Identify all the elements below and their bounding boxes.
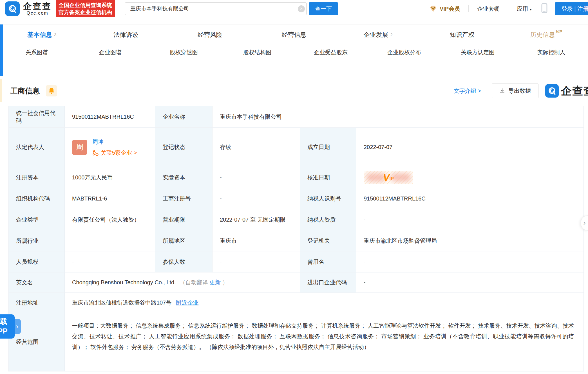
label-company-name: 企业名称 xyxy=(155,106,213,128)
graph-subnav: 关系图谱 企业图谱 股权穿透图 股权结构图 企业受益股东 企业股权分布 关联方认… xyxy=(0,45,588,60)
vip-member-label: VIP会员 xyxy=(440,5,460,13)
subnav-equity-penetration[interactable]: 股权穿透图 xyxy=(147,49,220,56)
label-industry: 所属行业 xyxy=(9,230,65,251)
qcc-watermark: 企查查 xyxy=(545,84,588,98)
tab-intellectual-property[interactable]: 知识产权 xyxy=(420,24,504,45)
subnav-company-graph[interactable]: 企业图谱 xyxy=(73,49,147,56)
gov-credit-badge: 全国企业信用查询系统 官方备案企业征信机构 xyxy=(56,0,115,17)
label-registration-status: 登记状态 xyxy=(155,128,213,167)
label-region: 所属地区 xyxy=(155,230,213,251)
value-region: 重庆市 xyxy=(213,230,300,251)
network-icon xyxy=(92,150,99,156)
business-info-table: 统一社会信用代码 91500112MABTRRL16C 企业名称 重庆市本手科技… xyxy=(8,106,584,371)
chevron-down-icon: ▾ xyxy=(530,7,532,12)
value-paid-capital: - xyxy=(213,167,300,188)
qcc-watermark-icon xyxy=(545,84,559,98)
value-registration-authority: 重庆市渝北区市场监督管理局 xyxy=(356,230,584,251)
subnav-equity-distribution[interactable]: 企业股权分布 xyxy=(368,49,441,56)
value-staff-size: - xyxy=(65,251,155,272)
value-import-export-code: - xyxy=(356,272,584,293)
label-taxpayer-id: 纳税人识别号 xyxy=(300,188,356,209)
vip-badge: VIP xyxy=(556,29,562,34)
label-registered-address: 注册地址 xyxy=(9,293,65,313)
label-credit-code: 统一社会信用代码 xyxy=(9,106,65,128)
subnav-equity-structure[interactable]: 股权结构图 xyxy=(220,49,294,56)
tab-legal-proceedings[interactable]: 法律诉讼 xyxy=(84,24,168,45)
login-register-button[interactable]: 登录 | 注册 xyxy=(555,2,588,15)
value-taxpayer-quality: - xyxy=(356,209,584,230)
value-taxpayer-id: 91500112MABTRRL16C xyxy=(356,188,584,209)
subnav-relation-graph[interactable]: 关系图谱 xyxy=(0,49,73,56)
logo-text: 企查查 xyxy=(23,2,52,11)
legal-rep-name-link[interactable]: 周坤 xyxy=(92,138,137,146)
section-title: 工商信息 xyxy=(10,86,40,96)
value-credit-code: 91500112MABTRRL16C xyxy=(65,106,155,128)
vip-locked-content[interactable]: VIP xyxy=(364,171,413,184)
logo-subtext: Qcc.com xyxy=(23,11,52,16)
label-registered-capital: 注册资本 xyxy=(9,167,65,188)
search-input[interactable] xyxy=(125,2,307,15)
main-tab-bar: 基本信息3 法律诉讼 经营风险 经营信息 企业发展2 知识产权 历史信息VIP xyxy=(0,24,588,45)
tab-operational-risk[interactable]: 经营风险 xyxy=(168,24,252,45)
legal-rep-avatar[interactable]: 周 xyxy=(72,140,87,155)
nearby-companies-link[interactable]: 附近企业 xyxy=(176,299,198,307)
vip-member-menu[interactable]: VIP会员 xyxy=(429,5,460,13)
label-taxpayer-quality: 纳税人资质 xyxy=(300,209,356,230)
value-registered-address: 重庆市渝北区仙桃街道数据谷中路107号 附近企业 xyxy=(65,293,584,313)
label-english-name: 英文名 xyxy=(9,272,65,293)
value-establishment-date: 2022-07-07 xyxy=(356,128,584,167)
label-former-name: 曾用名 xyxy=(300,251,356,272)
tab-business-info[interactable]: 经营信息 xyxy=(252,24,336,45)
subnav-beneficial-shareholders[interactable]: 企业受益股东 xyxy=(294,49,368,56)
label-legal-representative: 法定代表人 xyxy=(9,128,65,167)
subnav-related-party-graph[interactable]: 关联方认定图 xyxy=(441,49,515,56)
qcc-logo-icon xyxy=(5,1,20,16)
tab-count: 2 xyxy=(390,32,392,37)
update-translation-link[interactable]: 更新 xyxy=(209,279,221,285)
left-accent-bar xyxy=(0,24,3,76)
value-english-name: Chongqing Benshou Technology Co., Ltd. （… xyxy=(65,272,300,293)
value-org-code: MABTRRL1-6 xyxy=(65,188,155,209)
label-company-type: 企业类型 xyxy=(9,209,65,230)
value-insured-count: - xyxy=(213,251,300,272)
label-import-export-code: 进出口企业代码 xyxy=(300,272,356,293)
tab-count: 3 xyxy=(54,32,56,37)
search-button[interactable]: 查一下 xyxy=(309,2,338,15)
vip-lock-logo: V xyxy=(383,173,390,182)
label-business-term: 营业期限 xyxy=(155,209,213,230)
value-former-name: - xyxy=(356,251,584,272)
apps-menu[interactable]: 应用▾ xyxy=(517,5,532,13)
tab-company-development[interactable]: 企业发展2 xyxy=(336,24,420,45)
related-companies-link[interactable]: 关联5家企业 > xyxy=(92,149,137,157)
qcc-watermark-text: 企查查 xyxy=(561,84,588,98)
subnav-actual-controller[interactable]: 实际控制人 xyxy=(515,49,588,56)
subscribe-bell-icon[interactable] xyxy=(46,85,57,96)
divider xyxy=(508,5,508,12)
tab-history-info[interactable]: 历史信息VIP xyxy=(504,24,588,45)
label-insured-count: 参保人数 xyxy=(155,251,213,272)
label-approval-date: 核准日期 xyxy=(300,167,356,188)
search-area: × 查一下 xyxy=(125,2,338,15)
clear-search-icon[interactable]: × xyxy=(298,5,305,12)
value-registration-number: - xyxy=(213,188,300,209)
label-registration-authority: 登记机关 xyxy=(300,230,356,251)
divider xyxy=(468,5,469,12)
text-intro-link[interactable]: 文字介绍 > xyxy=(454,87,481,95)
enterprise-package-menu[interactable]: 企业套餐 xyxy=(477,5,500,13)
download-app-widget[interactable]: 下载 APP xyxy=(0,314,15,339)
tab-basic-info[interactable]: 基本信息3 xyxy=(0,24,84,45)
download-icon xyxy=(499,88,505,94)
value-industry: - xyxy=(65,230,155,251)
label-paid-capital: 实缴资本 xyxy=(155,167,213,188)
value-approval-date: VIP xyxy=(356,167,584,188)
value-legal-representative: 周 周坤 关联5家企业 > xyxy=(65,128,155,167)
left-cream-bar xyxy=(0,79,2,102)
label-establishment-date: 成立日期 xyxy=(300,128,356,167)
qcc-logo[interactable]: 企查查 Qcc.com xyxy=(5,1,52,16)
value-business-term: 2022-07-07 至 无固定期限 xyxy=(213,209,300,230)
export-data-button[interactable]: 导出数据 xyxy=(492,84,538,98)
value-registered-capital: 1000万元人民币 xyxy=(65,167,155,188)
label-org-code: 组织机构代码 xyxy=(9,188,65,209)
top-header: 企查查 Qcc.com 全国企业信用查询系统 官方备案企业征信机构 × 查一下 … xyxy=(0,0,588,17)
mobile-app-icon[interactable] xyxy=(541,3,547,14)
